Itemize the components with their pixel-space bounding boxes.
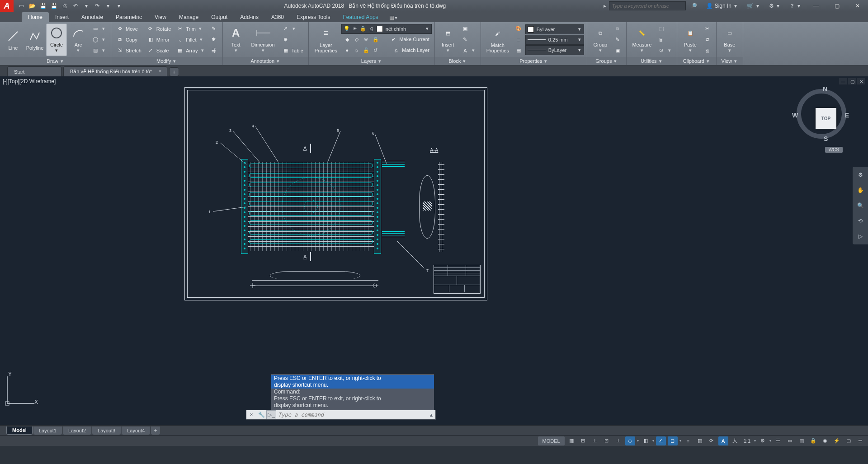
osnap-icon[interactable]: ∠ <box>656 436 666 445</box>
layer-thaw-icon[interactable]: ☼ <box>353 47 360 54</box>
line-button[interactable]: Line <box>3 23 24 56</box>
app-store-icon[interactable]: ⚙▾ <box>764 0 785 12</box>
panel-properties-title[interactable]: Properties ▾ <box>481 57 587 65</box>
tab-insert[interactable]: Insert <box>49 12 75 22</box>
cut-button[interactable]: ✂ <box>702 23 713 34</box>
props-palette-button[interactable]: ▤ <box>513 45 524 56</box>
layer-off-icon[interactable]: ◇ <box>353 36 360 43</box>
save-icon[interactable]: 💾 <box>39 2 47 10</box>
signin-button[interactable]: 👤 Sign In ▾ <box>702 0 742 12</box>
snap-icon[interactable]: ⊞ <box>578 436 588 445</box>
annoscale-label[interactable]: 1:1 <box>742 436 752 445</box>
layout-4[interactable]: Layout4 <box>122 427 150 435</box>
filetab-document[interactable]: Bản vẽ Hệ thống Điều hòa trên ô tô*× <box>63 66 167 76</box>
insert-block-button[interactable]: ⬒Insert▾ <box>438 23 458 56</box>
layout-2[interactable]: Layout2 <box>63 427 91 435</box>
annotation-monitor-icon[interactable]: ☰ <box>773 436 783 445</box>
saveas-icon[interactable]: 💾 <box>50 2 58 10</box>
circle-button[interactable]: Circle▾ <box>46 23 67 56</box>
grid-icon[interactable]: ▦ <box>566 436 576 445</box>
layout-model[interactable]: Model <box>6 427 33 435</box>
select-all-button[interactable]: ⬚ <box>656 23 674 34</box>
close-button[interactable]: ✕ <box>847 0 868 12</box>
layout-3[interactable]: Layout3 <box>92 427 121 435</box>
vp-restore-icon[interactable]: ▢ <box>848 78 856 84</box>
drawing-area[interactable]: [-][Top][2D Wireframe] — ▢ ✕ TOP N S E W… <box>0 76 868 425</box>
viewcube-face[interactable]: TOP <box>816 108 836 129</box>
wcs-badge[interactable]: WCS <box>825 147 843 153</box>
steering-wheel-icon[interactable]: ⚙ <box>855 169 866 180</box>
copy-button[interactable]: ⧉Copy <box>114 34 144 45</box>
explode-button[interactable]: ✱ <box>208 34 220 45</box>
ellipse-button[interactable]: ◯▾ <box>90 34 108 45</box>
panel-layers-title[interactable]: Layers ▾ <box>309 57 434 65</box>
group-select-button[interactable]: ▣ <box>612 45 623 56</box>
maximize-button[interactable]: ▢ <box>826 0 847 12</box>
transparency-icon[interactable]: ▨ <box>695 436 705 445</box>
layout-1[interactable]: Layout1 <box>33 427 62 435</box>
showmotion-icon[interactable]: ▷ <box>855 231 866 242</box>
tab-addins[interactable]: Add-ins <box>234 12 265 22</box>
arc-button[interactable]: Arc▾ <box>68 23 89 56</box>
viewcube-w[interactable]: W <box>792 112 798 119</box>
scale-button[interactable]: ⤢Scale <box>145 45 173 56</box>
move-button[interactable]: ✥Move <box>114 23 144 34</box>
text-button[interactable]: AText▾ <box>226 23 246 56</box>
vp-minimize-icon[interactable]: — <box>839 78 847 84</box>
new-tab-button[interactable]: ＋ <box>169 67 179 76</box>
tab-annotate[interactable]: Annotate <box>75 12 109 22</box>
ungroup-button[interactable]: ⧈ <box>612 23 623 34</box>
command-input[interactable] <box>276 412 427 418</box>
copy-base-button[interactable]: ⎘ <box>702 45 713 56</box>
search-input[interactable] <box>609 1 686 10</box>
close-icon[interactable]: × <box>159 68 165 75</box>
panel-clipboard-title[interactable]: Clipboard ▾ <box>677 57 716 65</box>
layer-freeze-icon[interactable]: ❄ <box>363 36 370 43</box>
tab-featured[interactable]: Featured Apps <box>337 12 385 22</box>
edit-attr-button[interactable]: A▾ <box>459 45 478 56</box>
minimize-button[interactable]: — <box>806 0 826 12</box>
array-button[interactable]: ▦Array▾ <box>174 45 207 56</box>
layer-unlock-icon[interactable]: 🔓 <box>363 47 370 54</box>
edit-block-button[interactable]: ✎ <box>459 34 478 45</box>
layer-lock-icon[interactable]: 🔒 <box>372 36 379 43</box>
isolate-icon[interactable]: ◉ <box>820 436 830 445</box>
layer-iso-icon[interactable]: ◆ <box>344 36 351 43</box>
tab-home[interactable]: Home <box>22 12 49 22</box>
exchange-icon[interactable]: 🛒▾ <box>742 0 764 12</box>
dynamic-input-icon[interactable]: ⊡ <box>602 436 612 445</box>
offset-button[interactable]: ⇶ <box>208 45 220 56</box>
otrack-icon[interactable]: ◻ <box>668 436 678 445</box>
color-combo[interactable]: ByLayer▾ <box>525 24 584 34</box>
panel-block-title[interactable]: Block ▾ <box>435 57 481 65</box>
infocenter-icon[interactable]: 🔎 <box>686 0 702 12</box>
fillet-button[interactable]: ◟Fillet▾ <box>174 34 207 45</box>
quick-properties-icon[interactable]: ▤ <box>797 436 807 445</box>
print-icon[interactable]: 🖨 <box>61 2 69 10</box>
group-button[interactable]: ⧉Group▾ <box>590 23 611 56</box>
tab-parametric[interactable]: Parametric <box>109 12 148 22</box>
zoom-extents-icon[interactable]: 🔍 <box>855 200 866 211</box>
pan-icon[interactable]: ✋ <box>855 185 866 196</box>
create-block-button[interactable]: ▣ <box>459 23 478 34</box>
dimension-button[interactable]: Dimension▾ <box>247 23 279 56</box>
rotate-button[interactable]: ⟳Rotate <box>145 23 173 34</box>
infer-icon[interactable]: ⊥ <box>590 436 600 445</box>
hardware-accel-icon[interactable]: ⚡ <box>832 436 842 445</box>
paste-button[interactable]: 📋Paste▾ <box>680 23 701 56</box>
isodraft-icon[interactable]: ◧ <box>641 436 651 445</box>
qat-customize-icon[interactable]: ▾ <box>115 2 123 10</box>
make-current-icon[interactable]: ✔ <box>390 36 397 43</box>
annotation-scale-icon[interactable]: A <box>718 436 728 445</box>
viewcube-n[interactable]: N <box>823 85 827 93</box>
quick-calc-button[interactable]: 🖩 <box>656 34 674 45</box>
tab-view[interactable]: View <box>148 12 173 22</box>
panel-modify-title[interactable]: Modify ▾ <box>111 57 222 65</box>
layer-prev-icon[interactable]: ↺ <box>372 47 379 54</box>
cycling-icon[interactable]: ⟳ <box>707 436 717 445</box>
stretch-button[interactable]: ⇲Stretch <box>114 45 144 56</box>
trim-button[interactable]: ✂Trim▾ <box>174 23 207 34</box>
tab-a360[interactable]: A360 <box>265 12 290 22</box>
redo-icon[interactable]: ↷ <box>93 2 101 10</box>
add-layout-button[interactable]: ＋ <box>151 427 160 435</box>
